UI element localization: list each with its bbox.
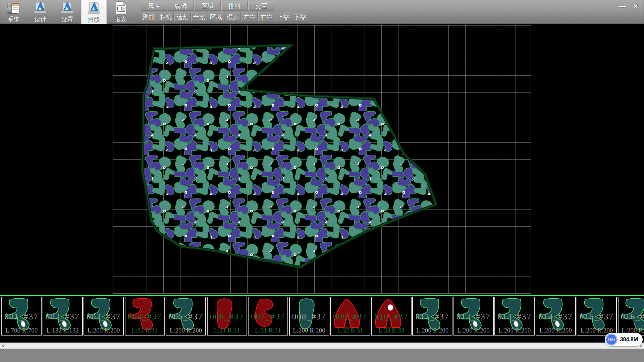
thumbnail-cell[interactable]: 009_#37 L:32 R:31 <box>330 297 370 336</box>
part-lr-count: L:200 R:200 <box>536 327 575 334</box>
thumbnail-cell[interactable]: 016_#37 L:200 R:200 <box>618 297 644 336</box>
thumbnail-cell[interactable]: 005_#37 L:200 R:200 <box>166 297 206 336</box>
thumbnail-cell[interactable]: 008_#37 L:200 R:200 <box>289 297 329 336</box>
gear-notepad-icon <box>6 1 21 15</box>
thumbnail-cell[interactable]: 014_#37 L:200 R:200 <box>536 297 576 336</box>
nav-system-label: 系统 <box>7 15 19 23</box>
parts-thumbnail-strip: 001_#37 L:700 R:700 002_#37 L:132 R:132 … <box>0 296 644 343</box>
nav-settings-label: 设置 <box>61 15 73 23</box>
thumbnail-cell[interactable]: 003_#37 L:200 R:200 <box>84 297 124 336</box>
part-name: 003_#37 <box>84 312 123 321</box>
menu-item-region[interactable]: 区域 <box>195 1 221 11</box>
thumbnail-cell[interactable]: 002_#37 L:132 R:132 <box>43 297 83 336</box>
thumbnail-cell[interactable]: 012_#37 L:200 R:200 <box>453 297 494 336</box>
tool-select-cut-button[interactable]: 选割 <box>174 12 191 22</box>
minimize-button[interactable]: — <box>616 1 628 11</box>
thumbnail-cell[interactable]: 013_#37 L:200 R:200 <box>494 297 535 336</box>
nav-layout-label: 排版 <box>88 16 100 24</box>
thumbnail-cell[interactable]: 010_#37 L:33 R:33 <box>371 297 412 336</box>
menu-item-attribute[interactable]: 属性 <box>141 1 167 11</box>
part-name: 001_#37 <box>2 312 41 321</box>
window-controls: — × <box>616 1 641 11</box>
laptop-ruler-icon <box>33 1 48 15</box>
menu-item-interact[interactable]: 交互 <box>248 1 274 11</box>
thumbnail-cell[interactable]: 007_#37 L:31 R:31 <box>248 297 288 336</box>
part-name: 004_#37 <box>125 312 164 321</box>
thumbnail-cell[interactable]: 006_#37 L:21 R:21 <box>207 297 247 336</box>
part-name: 015_#37 <box>577 312 616 321</box>
part-name: 012_#37 <box>454 312 493 321</box>
part-name: 016_#37 <box>619 312 644 321</box>
thumbnail-cell[interactable]: 015_#37 L:200 R:200 <box>577 297 617 336</box>
tool-align-left-button[interactable]: 左靠 <box>241 12 258 22</box>
part-lr-count: L:31 R:31 <box>249 327 287 334</box>
part-lr-count: L:32 R:31 <box>331 327 370 334</box>
nesting-canvas[interactable] <box>0 24 644 295</box>
part-lr-count: L:132 R:132 <box>43 327 82 334</box>
tool-camera-button[interactable]: 相机 <box>158 12 174 22</box>
thumbnail-cell[interactable]: 004_#37 L:31 R:31 <box>125 297 165 336</box>
nav-report-label: 报表 <box>115 15 127 23</box>
part-lr-count: L:200 R:200 <box>413 327 452 334</box>
laptop-ruler-icon <box>87 1 101 15</box>
nav-layout-button[interactable]: 排版 <box>81 0 107 24</box>
application-window: 系统 设计 设置 <box>0 0 644 362</box>
part-lr-count: L:200 R:200 <box>84 327 123 334</box>
nav-system-button[interactable]: 系统 <box>1 0 26 24</box>
part-lr-count: L:33 R:33 <box>372 327 411 334</box>
thumbnail-cell[interactable]: 001_#37 L:700 R:700 <box>1 297 42 336</box>
nav-report-button[interactable]: 报表 <box>108 0 133 24</box>
part-name: 002_#37 <box>43 312 82 321</box>
nav-settings-button[interactable]: 设置 <box>54 0 80 24</box>
part-name: 006_#37 <box>208 312 247 321</box>
scroll-left-icon[interactable]: < <box>0 343 6 349</box>
part-lr-count: L:200 R:200 <box>495 327 534 334</box>
menu-item-edit[interactable]: 编辑 <box>168 1 194 11</box>
canvas-drawing <box>0 24 644 295</box>
report-document-icon <box>113 1 128 15</box>
status-bar <box>0 349 644 362</box>
tool-align-bottom-button[interactable]: 下靠 <box>292 12 308 22</box>
close-button[interactable]: × <box>630 1 641 11</box>
part-lr-count: L:200 R:200 <box>454 327 493 334</box>
part-name: 013_#37 <box>495 312 534 321</box>
nav-design-label: 设计 <box>34 15 46 23</box>
part-name: 005_#37 <box>166 312 205 321</box>
tool-cut-all-button[interactable]: 全割 <box>191 12 207 22</box>
laptop-ruler-icon <box>60 1 74 15</box>
nav-design-button[interactable]: 设计 <box>28 0 53 24</box>
part-lr-count: L:700 R:700 <box>2 327 41 334</box>
thumbnail-cell[interactable]: 011_#37 L:200 R:200 <box>412 297 452 336</box>
tool-align-right-button[interactable]: 右靠 <box>258 12 274 22</box>
part-name: 009_#37 <box>331 312 370 321</box>
menu-bar: 属性 编辑 区域 排料 交互 <box>141 1 275 11</box>
part-name: 010_#37 <box>372 312 411 321</box>
part-lr-count: L:200 R:200 <box>290 327 329 334</box>
menu-item-nesting[interactable]: 排料 <box>221 1 248 11</box>
part-lr-count: L:31 R:31 <box>125 327 164 334</box>
part-name: 007_#37 <box>249 312 287 321</box>
tool-region-button[interactable]: 区域 <box>208 12 224 22</box>
memory-usage-badge[interactable]: 38% 384.8M <box>605 333 643 346</box>
part-name: 014_#37 <box>536 312 575 321</box>
part-name: 011_#37 <box>413 312 452 321</box>
horizontal-scrollbar[interactable]: < > <box>0 343 644 349</box>
tool-align-top-button[interactable]: 上靠 <box>275 12 291 22</box>
tool-cluster-nest-button[interactable]: 聚排 <box>141 12 157 22</box>
part-lr-count: L:200 R:200 <box>166 327 205 334</box>
tool-defect-button[interactable]: 瑕疵 <box>225 12 241 22</box>
part-lr-count: L:21 R:21 <box>208 327 247 334</box>
tool-bar: 聚排 相机 选割 全割 区域 瑕疵 左靠 右靠 上靠 下靠 <box>141 12 309 22</box>
ribbon-toolbar: 系统 设计 设置 <box>0 0 644 24</box>
progress-circle: 38% <box>605 334 618 346</box>
memory-value: 384.8M <box>620 337 638 343</box>
part-name: 008_#37 <box>290 312 329 321</box>
